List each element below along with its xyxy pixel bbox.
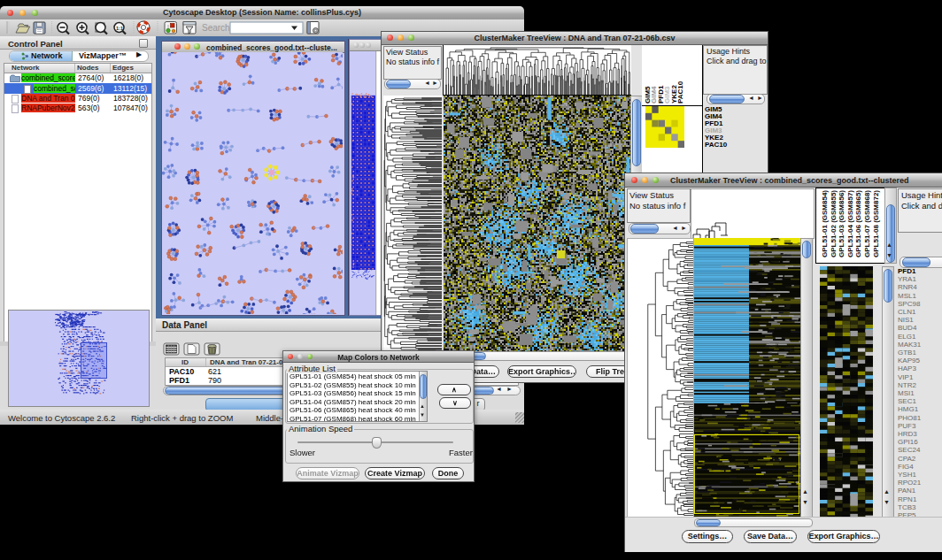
svg-text:Search:: Search:: [202, 23, 232, 33]
svg-text:1:1: 1:1: [116, 26, 123, 31]
